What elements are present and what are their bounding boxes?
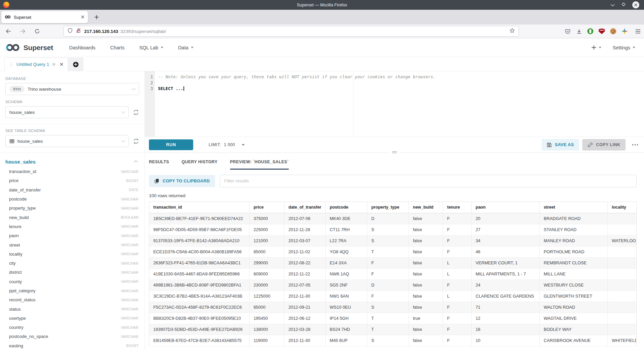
table-column-row[interactable]: city VARCHAR (5, 259, 139, 268)
column-header[interactable]: date_of_transfer (284, 202, 326, 213)
column-header[interactable]: paon (472, 202, 540, 213)
query-tab[interactable]: ⋮ Untitled Query 1 (4, 57, 68, 71)
privacy-badger-icon[interactable] (587, 28, 594, 35)
table-column-row[interactable]: locality VARCHAR (5, 250, 139, 259)
editor-code[interactable]: -- Note: Unless you save your query, the… (155, 71, 644, 137)
table-select[interactable]: house_sales (5, 135, 129, 147)
extension-sparkle-icon[interactable] (621, 28, 628, 35)
table-column-row[interactable]: record_status VARCHAR (5, 295, 139, 304)
column-type: VARCHAR (121, 224, 139, 228)
nav-menu-item[interactable]: Data (178, 45, 194, 50)
save-as-button[interactable]: SAVE AS (542, 139, 579, 150)
results-tab[interactable]: RESULTS (149, 160, 169, 170)
browser-tab[interactable]: Superset (1, 11, 88, 23)
window-close-icon[interactable] (632, 1, 639, 8)
new-item-button[interactable] (591, 45, 601, 50)
more-options-icon[interactable] (632, 142, 639, 147)
pocket-icon[interactable] (564, 28, 571, 35)
cell-postcode: E14 3XA (326, 258, 367, 268)
cell-property-type: S (367, 224, 409, 235)
schema-select[interactable]: house_sales (5, 106, 129, 118)
ublock-icon[interactable] (598, 28, 605, 35)
table-column-row[interactable]: country VARCHAR (5, 323, 139, 332)
insecure-lock-icon[interactable] (76, 28, 81, 35)
cell-new-build: false (409, 235, 443, 246)
forward-icon[interactable] (18, 27, 27, 36)
table-column-row[interactable]: district VARCHAR (5, 268, 139, 277)
editor-gutter: 123 (145, 71, 155, 137)
cell-street: WALTON ROAD (540, 302, 608, 313)
results-tab[interactable]: PREVIEW: `HOUSE_SALES` (230, 160, 289, 170)
refresh-schemas-icon[interactable] (133, 109, 139, 116)
database-select[interactable]: trino Trino warehouse (5, 83, 139, 95)
table-column-row[interactable]: tenure VARCHAR (5, 222, 139, 231)
sql-editor[interactable]: 123 -- Note: Unless you save your query,… (145, 71, 644, 137)
settings-menu[interactable]: Settings (613, 45, 635, 50)
tab-close-icon[interactable] (81, 14, 85, 20)
new-tab-icon[interactable] (91, 12, 102, 23)
superset-favicon (5, 14, 11, 20)
table-column-row[interactable]: date_of_transfer DATE (5, 185, 139, 194)
column-header[interactable]: tenure (443, 202, 472, 213)
table-column-row[interactable]: property_type VARCHAR (5, 204, 139, 213)
table-column-row[interactable]: postcode_no_space VARCHAR (5, 332, 139, 341)
cell-price: 375000 (250, 213, 284, 224)
cell-tenure: F (443, 247, 472, 257)
copy-to-clipboard-button[interactable]: COPY TO CLIPBOARD (149, 175, 215, 187)
run-button[interactable]: RUN (149, 139, 193, 150)
add-query-tab[interactable] (68, 57, 84, 71)
window-minimize-icon[interactable] (610, 2, 615, 8)
column-header[interactable]: price (250, 202, 284, 213)
limit-value: 1 000 (224, 142, 235, 147)
table-column-row[interactable]: postcode VARCHAR (5, 194, 139, 204)
table-column-row[interactable]: easting BIGINT (5, 341, 139, 350)
chevron-down-icon (121, 138, 125, 142)
cell-locality (608, 269, 636, 279)
refresh-tables-icon[interactable] (133, 138, 139, 144)
column-header[interactable]: property_type (367, 202, 409, 213)
bookmark-star-icon[interactable] (509, 28, 515, 35)
cell-new-build: false (409, 335, 443, 346)
table-column-row[interactable]: county VARCHAR (5, 277, 139, 286)
superset-logo[interactable]: Superset (5, 43, 53, 52)
table-column-row[interactable]: ppd_category VARCHAR (5, 286, 139, 295)
copy-link-button[interactable]: COPY LINK (582, 139, 625, 150)
back-icon[interactable] (4, 27, 13, 36)
query-tab-close-icon[interactable] (60, 61, 63, 68)
table-column-row[interactable]: street VARCHAR (5, 240, 139, 249)
column-header[interactable]: locality (608, 202, 636, 213)
download-icon[interactable] (576, 28, 582, 35)
column-type: BOOLEAN (121, 215, 139, 219)
table-column-row[interactable]: new_build BOOLEAN (5, 213, 139, 222)
url-bar[interactable]: 217.160.120.143 :32393/superset/sqllab/ (64, 26, 519, 36)
collapse-chevron-icon[interactable] (134, 160, 138, 164)
cell-paon: VERMEER COURT, 1 (472, 258, 540, 268)
column-name: usertype (9, 316, 26, 321)
shield-icon[interactable] (67, 28, 73, 35)
cell-tenure: L (443, 269, 472, 279)
table-column-row[interactable]: usertype VARCHAR (5, 314, 139, 323)
table-column-row[interactable]: status VARCHAR (5, 304, 139, 313)
cell-transaction-id: 2636F323-FF41-4765-81DB-98CAA6A43BC1 (149, 258, 250, 268)
filter-results-input[interactable] (220, 175, 637, 187)
nav-menu-item[interactable]: SQL Lab (139, 45, 163, 50)
column-header[interactable]: street (540, 202, 608, 213)
resize-handle-icon[interactable] (389, 150, 399, 155)
column-header[interactable]: new_build (409, 202, 443, 213)
column-name: district (9, 270, 22, 275)
cookie-extension-icon[interactable] (610, 28, 616, 35)
results-tab[interactable]: QUERY HISTORY (181, 160, 217, 170)
nav-menu-item[interactable]: Charts (110, 45, 124, 50)
column-header[interactable]: postcode (326, 202, 367, 213)
column-type: VARCHAR (121, 252, 139, 256)
reload-icon[interactable] (33, 27, 42, 36)
limit-dropdown[interactable]: LIMIT: 1 000 (209, 142, 245, 147)
nav-menu-item[interactable]: Dashboards (69, 45, 95, 50)
table-column-row[interactable]: transaction_id VARCHAR (5, 167, 139, 176)
window-maximize-icon[interactable] (621, 2, 626, 8)
table-column-row[interactable]: price BIGINT (5, 176, 139, 185)
menu-hamburger-icon[interactable] (635, 28, 641, 35)
table-column-row[interactable]: paon VARCHAR (5, 231, 139, 240)
column-header[interactable]: transaction_id (149, 202, 250, 213)
table-schema-heading[interactable]: house_sales (5, 159, 139, 165)
